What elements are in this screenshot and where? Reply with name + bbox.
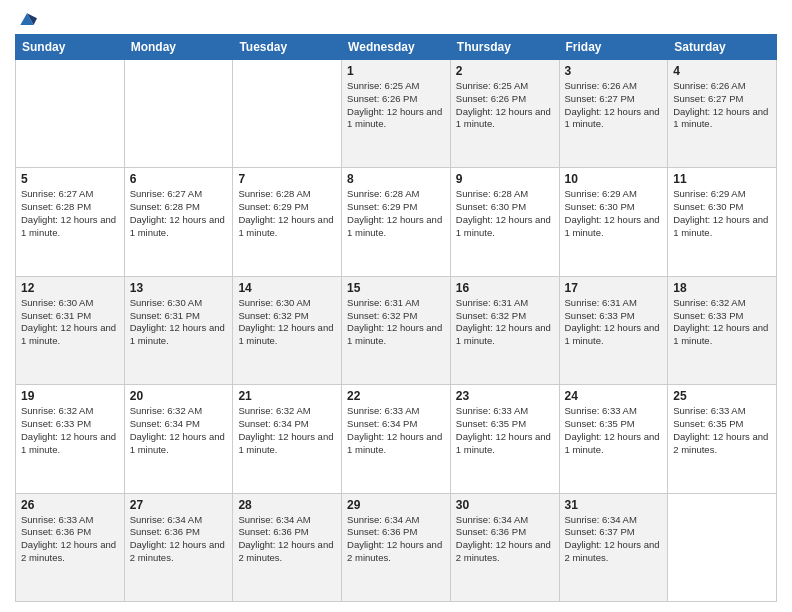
calendar-cell: 3Sunrise: 6:26 AMSunset: 6:27 PMDaylight… xyxy=(559,60,668,168)
day-info: Sunrise: 6:28 AMSunset: 6:30 PMDaylight:… xyxy=(456,188,554,239)
day-info: Sunrise: 6:30 AMSunset: 6:32 PMDaylight:… xyxy=(238,297,336,348)
day-number: 22 xyxy=(347,389,445,403)
day-number: 14 xyxy=(238,281,336,295)
calendar-cell: 22Sunrise: 6:33 AMSunset: 6:34 PMDayligh… xyxy=(342,385,451,493)
calendar-cell: 7Sunrise: 6:28 AMSunset: 6:29 PMDaylight… xyxy=(233,168,342,276)
day-info: Sunrise: 6:32 AMSunset: 6:33 PMDaylight:… xyxy=(673,297,771,348)
calendar-cell: 23Sunrise: 6:33 AMSunset: 6:35 PMDayligh… xyxy=(450,385,559,493)
day-info: Sunrise: 6:25 AMSunset: 6:26 PMDaylight:… xyxy=(347,80,445,131)
day-number: 18 xyxy=(673,281,771,295)
weekday-header-sunday: Sunday xyxy=(16,35,125,60)
calendar-cell: 27Sunrise: 6:34 AMSunset: 6:36 PMDayligh… xyxy=(124,493,233,601)
day-number: 8 xyxy=(347,172,445,186)
calendar-cell: 19Sunrise: 6:32 AMSunset: 6:33 PMDayligh… xyxy=(16,385,125,493)
calendar-cell: 4Sunrise: 6:26 AMSunset: 6:27 PMDaylight… xyxy=(668,60,777,168)
calendar-cell: 20Sunrise: 6:32 AMSunset: 6:34 PMDayligh… xyxy=(124,385,233,493)
calendar-cell: 1Sunrise: 6:25 AMSunset: 6:26 PMDaylight… xyxy=(342,60,451,168)
day-info: Sunrise: 6:27 AMSunset: 6:28 PMDaylight:… xyxy=(21,188,119,239)
day-info: Sunrise: 6:34 AMSunset: 6:36 PMDaylight:… xyxy=(347,514,445,565)
day-number: 4 xyxy=(673,64,771,78)
calendar-cell: 26Sunrise: 6:33 AMSunset: 6:36 PMDayligh… xyxy=(16,493,125,601)
day-number: 28 xyxy=(238,498,336,512)
calendar-cell xyxy=(16,60,125,168)
day-info: Sunrise: 6:34 AMSunset: 6:37 PMDaylight:… xyxy=(565,514,663,565)
day-number: 7 xyxy=(238,172,336,186)
day-number: 1 xyxy=(347,64,445,78)
calendar-cell: 11Sunrise: 6:29 AMSunset: 6:30 PMDayligh… xyxy=(668,168,777,276)
page: SundayMondayTuesdayWednesdayThursdayFrid… xyxy=(0,0,792,612)
day-info: Sunrise: 6:32 AMSunset: 6:33 PMDaylight:… xyxy=(21,405,119,456)
calendar-cell: 18Sunrise: 6:32 AMSunset: 6:33 PMDayligh… xyxy=(668,276,777,384)
day-number: 13 xyxy=(130,281,228,295)
calendar-cell: 31Sunrise: 6:34 AMSunset: 6:37 PMDayligh… xyxy=(559,493,668,601)
day-info: Sunrise: 6:28 AMSunset: 6:29 PMDaylight:… xyxy=(238,188,336,239)
calendar-cell xyxy=(124,60,233,168)
day-number: 19 xyxy=(21,389,119,403)
day-info: Sunrise: 6:32 AMSunset: 6:34 PMDaylight:… xyxy=(130,405,228,456)
day-number: 29 xyxy=(347,498,445,512)
weekday-header-wednesday: Wednesday xyxy=(342,35,451,60)
calendar-cell xyxy=(233,60,342,168)
calendar-body: 1Sunrise: 6:25 AMSunset: 6:26 PMDaylight… xyxy=(16,60,777,602)
weekday-header-tuesday: Tuesday xyxy=(233,35,342,60)
week-row-3: 12Sunrise: 6:30 AMSunset: 6:31 PMDayligh… xyxy=(16,276,777,384)
day-number: 17 xyxy=(565,281,663,295)
calendar-cell: 29Sunrise: 6:34 AMSunset: 6:36 PMDayligh… xyxy=(342,493,451,601)
day-info: Sunrise: 6:26 AMSunset: 6:27 PMDaylight:… xyxy=(565,80,663,131)
calendar-cell: 8Sunrise: 6:28 AMSunset: 6:29 PMDaylight… xyxy=(342,168,451,276)
day-number: 11 xyxy=(673,172,771,186)
logo xyxy=(15,14,37,26)
day-info: Sunrise: 6:34 AMSunset: 6:36 PMDaylight:… xyxy=(130,514,228,565)
day-number: 10 xyxy=(565,172,663,186)
calendar-cell: 5Sunrise: 6:27 AMSunset: 6:28 PMDaylight… xyxy=(16,168,125,276)
day-number: 15 xyxy=(347,281,445,295)
calendar-cell: 2Sunrise: 6:25 AMSunset: 6:26 PMDaylight… xyxy=(450,60,559,168)
calendar-cell xyxy=(668,493,777,601)
day-number: 5 xyxy=(21,172,119,186)
week-row-4: 19Sunrise: 6:32 AMSunset: 6:33 PMDayligh… xyxy=(16,385,777,493)
day-number: 9 xyxy=(456,172,554,186)
logo-icon xyxy=(17,10,37,30)
day-number: 12 xyxy=(21,281,119,295)
weekday-header-thursday: Thursday xyxy=(450,35,559,60)
calendar-cell: 15Sunrise: 6:31 AMSunset: 6:32 PMDayligh… xyxy=(342,276,451,384)
day-info: Sunrise: 6:28 AMSunset: 6:29 PMDaylight:… xyxy=(347,188,445,239)
day-info: Sunrise: 6:31 AMSunset: 6:33 PMDaylight:… xyxy=(565,297,663,348)
day-info: Sunrise: 6:31 AMSunset: 6:32 PMDaylight:… xyxy=(456,297,554,348)
week-row-5: 26Sunrise: 6:33 AMSunset: 6:36 PMDayligh… xyxy=(16,493,777,601)
calendar-cell: 16Sunrise: 6:31 AMSunset: 6:32 PMDayligh… xyxy=(450,276,559,384)
calendar-cell: 24Sunrise: 6:33 AMSunset: 6:35 PMDayligh… xyxy=(559,385,668,493)
calendar-cell: 6Sunrise: 6:27 AMSunset: 6:28 PMDaylight… xyxy=(124,168,233,276)
day-number: 3 xyxy=(565,64,663,78)
weekday-header-saturday: Saturday xyxy=(668,35,777,60)
day-info: Sunrise: 6:27 AMSunset: 6:28 PMDaylight:… xyxy=(130,188,228,239)
day-info: Sunrise: 6:30 AMSunset: 6:31 PMDaylight:… xyxy=(21,297,119,348)
day-info: Sunrise: 6:29 AMSunset: 6:30 PMDaylight:… xyxy=(565,188,663,239)
day-info: Sunrise: 6:31 AMSunset: 6:32 PMDaylight:… xyxy=(347,297,445,348)
day-info: Sunrise: 6:34 AMSunset: 6:36 PMDaylight:… xyxy=(238,514,336,565)
week-row-2: 5Sunrise: 6:27 AMSunset: 6:28 PMDaylight… xyxy=(16,168,777,276)
day-info: Sunrise: 6:32 AMSunset: 6:34 PMDaylight:… xyxy=(238,405,336,456)
calendar-cell: 14Sunrise: 6:30 AMSunset: 6:32 PMDayligh… xyxy=(233,276,342,384)
day-info: Sunrise: 6:33 AMSunset: 6:35 PMDaylight:… xyxy=(565,405,663,456)
day-number: 26 xyxy=(21,498,119,512)
calendar-cell: 13Sunrise: 6:30 AMSunset: 6:31 PMDayligh… xyxy=(124,276,233,384)
calendar-cell: 9Sunrise: 6:28 AMSunset: 6:30 PMDaylight… xyxy=(450,168,559,276)
calendar-cell: 30Sunrise: 6:34 AMSunset: 6:36 PMDayligh… xyxy=(450,493,559,601)
day-info: Sunrise: 6:25 AMSunset: 6:26 PMDaylight:… xyxy=(456,80,554,131)
day-info: Sunrise: 6:33 AMSunset: 6:35 PMDaylight:… xyxy=(673,405,771,456)
week-row-1: 1Sunrise: 6:25 AMSunset: 6:26 PMDaylight… xyxy=(16,60,777,168)
header xyxy=(15,10,777,26)
day-number: 30 xyxy=(456,498,554,512)
day-info: Sunrise: 6:30 AMSunset: 6:31 PMDaylight:… xyxy=(130,297,228,348)
weekday-header-monday: Monday xyxy=(124,35,233,60)
day-number: 21 xyxy=(238,389,336,403)
day-number: 27 xyxy=(130,498,228,512)
day-info: Sunrise: 6:34 AMSunset: 6:36 PMDaylight:… xyxy=(456,514,554,565)
day-info: Sunrise: 6:26 AMSunset: 6:27 PMDaylight:… xyxy=(673,80,771,131)
day-number: 20 xyxy=(130,389,228,403)
day-info: Sunrise: 6:33 AMSunset: 6:35 PMDaylight:… xyxy=(456,405,554,456)
day-info: Sunrise: 6:33 AMSunset: 6:36 PMDaylight:… xyxy=(21,514,119,565)
calendar-cell: 10Sunrise: 6:29 AMSunset: 6:30 PMDayligh… xyxy=(559,168,668,276)
weekday-header-row: SundayMondayTuesdayWednesdayThursdayFrid… xyxy=(16,35,777,60)
